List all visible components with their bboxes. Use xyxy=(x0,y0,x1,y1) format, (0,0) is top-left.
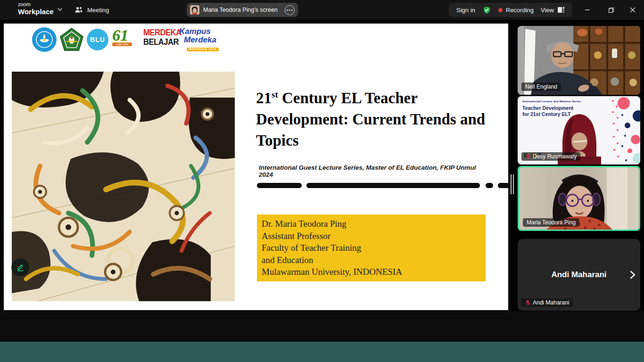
meeting-people-icon xyxy=(74,6,83,14)
zoom-workplace-logo: zoom Workplace xyxy=(18,2,54,15)
muted-mic-icon xyxy=(525,300,530,305)
speaker-faculty2: and Education xyxy=(262,254,481,266)
panel-resize-handle[interactable] xyxy=(511,174,514,194)
kampus-merdeka-logo: Kampus Merdeka INDONESIA JAYA xyxy=(179,27,219,51)
ministry-education-logo-icon xyxy=(32,27,57,52)
shared-screen-label: Maria Teodora Ping's screen xyxy=(203,7,285,13)
meeting-tab-label: Meeting xyxy=(87,7,109,14)
speaker-name: Dr. Maria Teodora Ping xyxy=(262,218,481,230)
divider-dash xyxy=(486,183,493,188)
annotate-pencil-button[interactable] xyxy=(11,258,29,276)
speaker-role: Assistant Professor xyxy=(262,230,481,242)
kampus-line1: Kampus xyxy=(179,27,219,35)
sign-in-button[interactable]: Sign in xyxy=(456,7,475,14)
merdeka-line1: MERDEKA xyxy=(143,28,182,37)
windows-taskbar: 29° T xyxy=(0,342,644,362)
zoom-meeting-window: zoom Workplace Meeting Maria Teodora Pin… xyxy=(0,0,644,362)
video-tile-andi-maharani[interactable]: Andi Maharani Andi Maharani xyxy=(518,239,640,311)
video-tile-maria-teodora-ping[interactable]: Maria Teodora Ping xyxy=(518,166,640,231)
divider-dash xyxy=(306,183,480,188)
merdeka-belajar-logo: MERDEKA BELAJAR xyxy=(143,28,182,46)
nametag-maria-teodora-ping: Maria Teodora Ping xyxy=(523,218,579,227)
slide-title-rest: Century EL Teacher Development: Current … xyxy=(256,90,485,149)
window-titlebar: zoom Workplace Meeting Maria Teodora Pin… xyxy=(0,0,644,20)
divider-dash xyxy=(498,183,508,188)
nametag-desy-rusmawaty: Desy Rusmawaty xyxy=(521,152,580,161)
blu-logo-icon: BLU xyxy=(87,29,108,50)
slide-title-number: 21 xyxy=(256,90,272,107)
desy-bg-series: International Lecture and Webinar Series xyxy=(522,100,581,103)
participant-name: Neil England xyxy=(525,83,557,90)
muted-mic-icon xyxy=(525,154,530,159)
divider-dash xyxy=(257,183,302,188)
kampus-line2: Merdeka xyxy=(184,36,219,44)
nametag-neil-england: Neil England xyxy=(521,82,561,91)
anniversary-61-logo-icon: 61 1962-2023 xyxy=(112,26,140,52)
encryption-shield-icon[interactable] xyxy=(482,6,491,15)
anniversary-number: 61 xyxy=(112,26,140,44)
minimize-button[interactable] xyxy=(581,4,594,16)
merdeka-line2: BELAJAR xyxy=(143,38,182,46)
speaker-info-box: Dr. Maria Teodora Ping Assistant Profess… xyxy=(257,214,486,281)
workspace-chevron-down-icon[interactable] xyxy=(57,6,63,13)
slide-title-sup: st xyxy=(272,90,278,99)
nametag-andi-maharani: Andi Maharani xyxy=(521,298,573,307)
view-label: View xyxy=(541,7,554,14)
view-button[interactable]: View xyxy=(541,7,565,14)
tab-shared-screen[interactable]: Maria Teodora Ping's screen ••• xyxy=(187,3,298,17)
brand-zoom: zoom xyxy=(18,2,54,7)
tab-meeting[interactable]: Meeting xyxy=(74,0,109,20)
desy-bg-title1: Teacher Development xyxy=(522,105,573,111)
mulawarman-university-logo-icon xyxy=(59,27,84,52)
shared-slide: BLU 61 1962-2023 MERDEKA BELAJAR Kampus … xyxy=(4,24,508,310)
recording-dot-icon xyxy=(498,8,503,12)
recording-indicator[interactable]: Recording xyxy=(498,7,534,14)
blu-logo-text: BLU xyxy=(90,36,105,43)
video-tile-desy-rusmawaty[interactable]: International Lecture and Webinar Series… xyxy=(518,96,640,165)
next-participants-chevron-icon[interactable] xyxy=(629,270,636,280)
participant-name: Andi Maharani xyxy=(533,299,569,306)
dayak-carving-image xyxy=(12,72,235,301)
video-tile-neil-england[interactable]: Neil England xyxy=(518,26,640,95)
tab-options-ellipsis-icon[interactable]: ••• xyxy=(285,5,295,15)
speaker-university: Mulawarman University, INDONESIA xyxy=(262,266,481,278)
titlebar-status-group: Sign in Recording View xyxy=(449,3,572,17)
restore-button[interactable] xyxy=(604,4,618,16)
pencil-icon xyxy=(16,263,25,272)
participant-name: Maria Teodora Ping xyxy=(527,219,576,226)
view-layout-icon xyxy=(557,7,565,13)
slide-subtitle: International Guest Lecture Series, Mast… xyxy=(259,164,485,178)
recording-label: Recording xyxy=(506,7,534,14)
shared-screen-avatar xyxy=(190,5,199,15)
participant-name: Desy Rusmawaty xyxy=(533,153,577,160)
speaker-faculty1: Faculty of Teacher Training xyxy=(262,242,481,254)
close-button[interactable] xyxy=(626,4,639,16)
desy-bg-title2: for 21st Century ELT xyxy=(522,111,571,117)
slide-title: 21st Century EL Teacher Development: Cur… xyxy=(256,84,488,151)
kampus-sub: INDONESIA JAYA xyxy=(187,48,219,52)
brand-workplace: Workplace xyxy=(18,8,54,15)
meeting-toolbar: Audio Video Participants 37 xyxy=(0,311,644,342)
